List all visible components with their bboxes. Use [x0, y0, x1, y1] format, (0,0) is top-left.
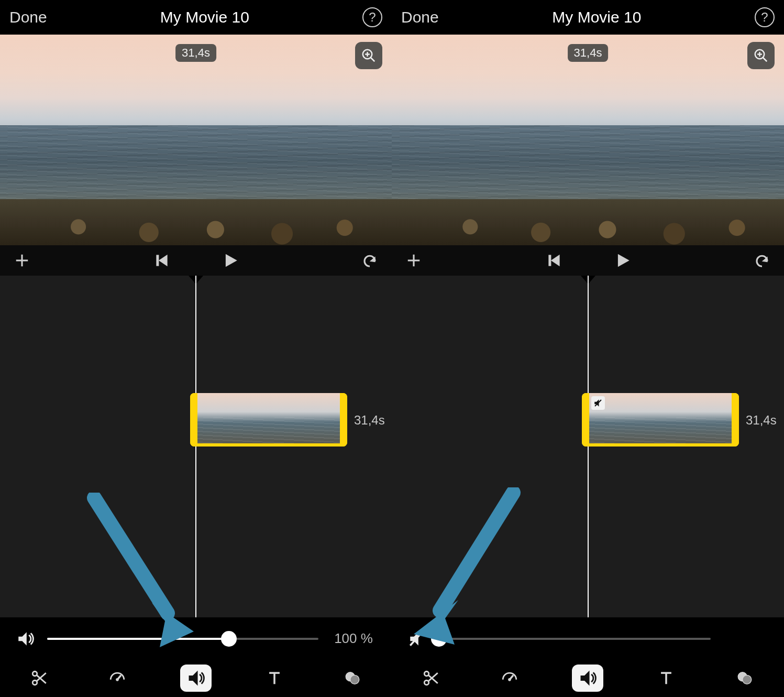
skip-to-start-button[interactable] [151, 250, 172, 271]
volume-percent-label: 100 % [330, 630, 377, 647]
scissors-icon [422, 669, 440, 687]
help-icon: ? [369, 10, 376, 25]
zoom-in-button[interactable] [355, 42, 382, 69]
playhead[interactable] [588, 276, 589, 617]
clip-trim-handle-right[interactable] [732, 393, 739, 446]
svg-line-23 [763, 58, 767, 62]
svg-marker-8 [226, 255, 237, 267]
svg-point-12 [32, 680, 37, 685]
svg-line-1 [371, 58, 375, 62]
volume-icon-button[interactable] [15, 628, 36, 649]
svg-point-36 [424, 671, 429, 676]
timeline[interactable]: 31,4s 100 % [0, 276, 392, 697]
speaker-muted-icon [593, 398, 603, 408]
video-clip[interactable] [190, 393, 347, 446]
tab-cut[interactable] [415, 665, 447, 692]
tab-volume[interactable] [572, 665, 603, 692]
clip-trim-handle-right[interactable] [340, 393, 347, 446]
add-media-button[interactable] [403, 250, 424, 271]
svg-marker-42 [581, 671, 590, 685]
skip-to-start-icon [546, 253, 562, 268]
tab-filters[interactable] [729, 665, 760, 692]
volume-slider[interactable] [47, 628, 318, 649]
transport-controls [392, 245, 784, 276]
plus-icon [14, 253, 30, 268]
edit-tabs [0, 659, 392, 697]
tab-speed[interactable] [494, 665, 525, 692]
zoom-in-button[interactable] [747, 42, 775, 69]
clip-duration-label: 31,4s [746, 413, 777, 428]
svg-rect-28 [549, 255, 551, 266]
transport-controls [0, 245, 392, 276]
svg-marker-17 [189, 671, 197, 685]
help-icon: ? [761, 10, 768, 25]
tab-filters[interactable] [337, 665, 368, 692]
clip-muted-badge [591, 396, 605, 410]
tab-text[interactable] [259, 665, 290, 692]
undo-button[interactable] [359, 250, 380, 271]
volume-icon [187, 669, 205, 687]
video-preview[interactable]: 31,4s [0, 35, 392, 245]
svg-point-16 [116, 679, 118, 681]
video-clip[interactable] [582, 393, 739, 446]
tab-text[interactable] [650, 665, 682, 692]
filters-icon [344, 669, 361, 687]
play-icon [222, 253, 238, 268]
clip-trim-handle-left[interactable] [190, 393, 197, 446]
project-title: My Movie 10 [552, 8, 641, 26]
volume-slider[interactable] [439, 628, 711, 649]
svg-marker-29 [551, 255, 559, 266]
svg-point-41 [509, 679, 511, 681]
video-preview[interactable]: 31,4s [392, 35, 784, 245]
volume-slider-thumb[interactable] [431, 631, 447, 647]
undo-icon [362, 253, 378, 268]
pane-left: Done My Movie 10 ? 31,4s [0, 0, 392, 697]
volume-slider-row: 100 % [0, 617, 392, 659]
done-button[interactable]: Done [401, 8, 439, 26]
volume-slider-row [392, 617, 784, 659]
volume-icon [579, 669, 597, 687]
edit-tabs [392, 659, 784, 697]
tab-volume[interactable] [180, 665, 212, 692]
svg-point-37 [424, 680, 429, 685]
svg-rect-6 [157, 255, 159, 266]
text-icon [266, 669, 283, 687]
scissors-icon [30, 669, 48, 687]
tab-cut[interactable] [24, 665, 55, 692]
clip-thumbnails [589, 393, 732, 446]
pane-right: Done My Movie 10 ? 31,4s [392, 0, 784, 697]
playhead[interactable] [195, 276, 196, 617]
play-button[interactable] [219, 250, 240, 271]
help-button[interactable]: ? [755, 7, 775, 27]
add-media-button[interactable] [12, 250, 32, 271]
svg-marker-31 [763, 257, 767, 262]
skip-to-start-button[interactable] [544, 250, 565, 271]
clip-thumbnails [197, 393, 340, 446]
project-title: My Movie 10 [160, 8, 249, 26]
text-icon [657, 669, 675, 687]
done-button[interactable]: Done [9, 8, 47, 26]
svg-point-11 [32, 671, 37, 676]
svg-point-46 [743, 675, 752, 684]
speaker-icon [16, 630, 34, 648]
top-bar: Done My Movie 10 ? [0, 0, 392, 35]
undo-button[interactable] [752, 250, 772, 271]
clip-trim-handle-left[interactable] [582, 393, 589, 446]
volume-icon-button[interactable] [406, 628, 427, 649]
timeline[interactable]: 31,4s [392, 276, 784, 697]
svg-marker-9 [370, 257, 375, 262]
speedometer-icon [108, 669, 126, 687]
tab-speed[interactable] [102, 665, 133, 692]
help-button[interactable]: ? [362, 7, 382, 27]
volume-slider-fill [47, 638, 229, 640]
speaker-muted-icon [408, 630, 426, 648]
zoom-in-icon [753, 48, 769, 63]
play-button[interactable] [612, 250, 633, 271]
svg-marker-7 [159, 255, 167, 266]
svg-marker-10 [18, 632, 27, 646]
svg-point-21 [350, 675, 359, 684]
duration-badge: 31,4s [175, 44, 216, 62]
volume-slider-thumb[interactable] [221, 631, 237, 647]
plus-icon [406, 253, 422, 268]
clip-duration-label: 31,4s [354, 413, 385, 428]
